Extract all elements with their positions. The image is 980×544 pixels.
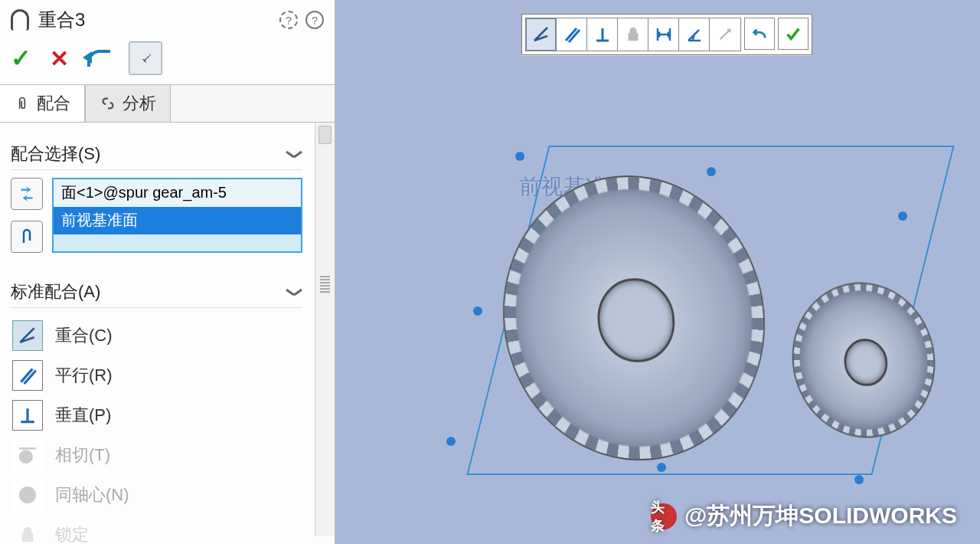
panel-scrollbar[interactable] <box>315 123 335 536</box>
chevron-up-icon <box>286 149 302 159</box>
tab-mate[interactable]: 配合 <box>0 85 85 122</box>
tab-analyze[interactable]: 分析 <box>85 85 171 122</box>
panel-title: 重合3 <box>38 8 272 32</box>
coincident-icon <box>532 25 550 44</box>
undo-button[interactable] <box>87 50 110 67</box>
tangent-icon <box>18 445 38 465</box>
coincident-icon <box>18 326 38 346</box>
mate-tangent-label: 相切(T) <box>55 444 110 467</box>
pin-button[interactable] <box>129 41 162 75</box>
mate-lock-label: 锁定 <box>55 523 89 544</box>
list-item[interactable]: 面<1>@spur gear_am-5 <box>54 179 301 207</box>
lock-icon <box>18 526 37 544</box>
scrollbar-thumb[interactable] <box>320 276 330 294</box>
mate-lock: 锁定 <box>11 515 302 544</box>
svg-point-0 <box>20 451 31 463</box>
section-selection-header[interactable]: 配合选择(S) <box>11 138 302 170</box>
plane-handle[interactable] <box>898 211 907 221</box>
list-item[interactable] <box>54 234 301 251</box>
flip-icon <box>717 26 733 43</box>
mate-perpendicular-label: 垂直(P) <box>55 404 111 427</box>
help-button[interactable]: ? <box>305 11 324 29</box>
tb-distance[interactable] <box>648 18 679 51</box>
section-standard-mates-title: 标准配合(A) <box>11 280 100 303</box>
watermark-badge: 头条 <box>651 503 677 529</box>
mate-coincident[interactable]: 重合(C) <box>11 316 302 356</box>
plane-handle[interactable] <box>515 152 524 161</box>
tb-flip[interactable] <box>710 18 740 51</box>
watermark: 头条 @苏州万坤SOLIDWORKS <box>651 500 957 532</box>
panel-tabs: 配合 分析 <box>0 84 335 123</box>
perpendicular-icon <box>18 405 38 425</box>
chevron-up-icon <box>286 287 302 297</box>
chain-icon <box>100 95 116 112</box>
pin-icon <box>137 50 154 67</box>
mate-context-toolbar <box>521 14 812 55</box>
tb-perpendicular[interactable] <box>587 18 618 51</box>
tab-analyze-label: 分析 <box>122 92 156 115</box>
property-panel: 重合3 ? ? ✓ ✕ 配合 分析 <box>0 0 335 544</box>
tb-ok[interactable] <box>778 18 808 50</box>
mate-tangent: 相切(T) <box>11 435 302 475</box>
tab-mate-label: 配合 <box>37 92 70 115</box>
tb-coincident[interactable] <box>526 18 557 51</box>
watermark-text: @苏州万坤SOLIDWORKS <box>684 500 957 532</box>
mate-concentric: 同轴心(N) <box>11 475 302 515</box>
plane-handle[interactable] <box>446 437 456 446</box>
plane-handle[interactable] <box>854 475 864 484</box>
angle-icon <box>685 25 704 44</box>
tb-undo[interactable] <box>744 18 775 50</box>
section-standard-mates-header[interactable]: 标准配合(A) <box>11 276 302 308</box>
concentric-icon <box>18 485 38 505</box>
svg-rect-3 <box>23 534 32 541</box>
tb-parallel[interactable] <box>557 18 587 51</box>
plane-handle[interactable] <box>473 306 482 316</box>
plane-handle[interactable] <box>657 463 666 472</box>
graphics-viewport[interactable]: 前视基准面 头条 @苏州万坤SOLIDWORKS <box>335 0 980 544</box>
swap-entities-button[interactable] <box>11 178 43 210</box>
mate-parallel[interactable]: 平行(R) <box>11 356 302 395</box>
list-item[interactable]: 前视基准面 <box>54 207 301 234</box>
perpendicular-icon <box>593 25 612 44</box>
mate-perpendicular[interactable]: 垂直(P) <box>11 395 302 435</box>
svg-rect-4 <box>629 34 637 40</box>
parallel-icon <box>563 25 581 44</box>
distance-icon <box>655 25 673 44</box>
svg-point-2 <box>24 492 31 499</box>
help-context-button[interactable]: ? <box>279 11 298 29</box>
lock-icon <box>625 26 642 43</box>
panel-header: 重合3 ? ? <box>0 0 335 32</box>
scrollbar-up[interactable] <box>318 126 332 144</box>
paperclip-icon <box>14 95 31 112</box>
tb-lock[interactable] <box>618 18 648 51</box>
mate-feature-icon <box>11 9 29 31</box>
check-icon <box>784 25 802 42</box>
section-selection-title: 配合选择(S) <box>11 143 100 165</box>
mate-parallel-label: 平行(R) <box>55 364 113 387</box>
parallel-icon <box>18 365 38 385</box>
selection-block: 面<1>@spur gear_am-5 前视基准面 <box>11 178 302 253</box>
panel-body: 配合选择(S) 面<1>@spur gear_am-5 前视基准 <box>0 123 313 536</box>
multi-mate-button[interactable] <box>11 221 43 253</box>
mate-concentric-label: 同轴心(N) <box>55 483 129 506</box>
cancel-button[interactable]: ✕ <box>50 45 69 72</box>
selection-listbox[interactable]: 面<1>@spur gear_am-5 前视基准面 <box>52 178 302 253</box>
confirm-row: ✓ ✕ <box>0 32 335 84</box>
mate-coincident-label: 重合(C) <box>55 324 113 347</box>
tb-angle[interactable] <box>679 18 710 51</box>
plane-handle[interactable] <box>707 167 716 176</box>
ok-button[interactable]: ✓ <box>11 44 31 73</box>
undo-icon <box>750 25 769 42</box>
